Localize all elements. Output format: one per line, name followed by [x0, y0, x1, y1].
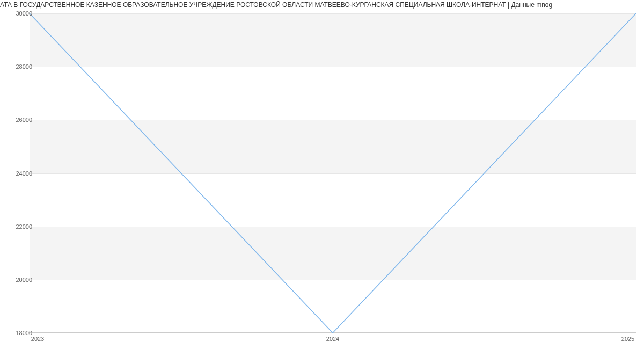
plot-area: [30, 13, 636, 333]
y-tick-label: 26000: [5, 117, 32, 123]
x-tick-label: 2024: [326, 336, 339, 342]
chart-title: АТА В ГОСУДАРСТВЕННОЕ КАЗЕННОЕ ОБРАЗОВАТ…: [0, 1, 644, 9]
y-tick-label: 30000: [5, 10, 32, 17]
series-path: [30, 13, 636, 333]
x-tick-label: 2025: [621, 336, 634, 342]
y-tick-label: 18000: [5, 330, 32, 336]
line-series: [30, 13, 636, 333]
y-tick-label: 24000: [5, 170, 32, 177]
y-tick-label: 22000: [5, 223, 32, 230]
y-tick-label: 28000: [5, 63, 32, 70]
x-tick-label: 2023: [31, 336, 44, 342]
y-tick-label: 20000: [5, 277, 32, 283]
